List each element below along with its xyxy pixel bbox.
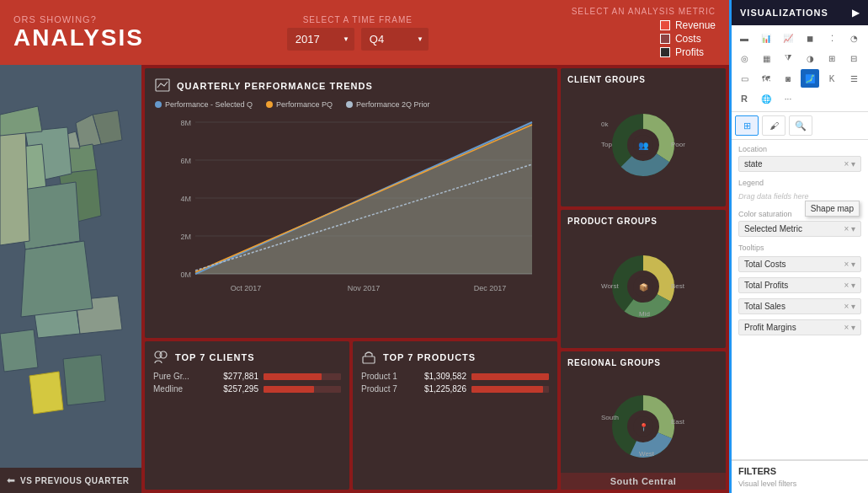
chart-title: QUARTERLY PERFORMANCE TRENDS	[155, 78, 547, 94]
revenue-checkbox[interactable]	[660, 20, 670, 30]
svg-text:Nov 2017: Nov 2017	[348, 284, 381, 292]
tooltip-total-sales-field: Total Sales × ▾	[738, 298, 861, 314]
viz-icon-col-chart[interactable]: 📊	[757, 29, 775, 47]
viz-icon-card[interactable]: ▭	[735, 69, 754, 88]
tooltip-costs-remove[interactable]: × ▾	[844, 260, 855, 269]
metric-revenue[interactable]: Revenue	[660, 19, 716, 31]
product-groups-card: PRODUCT GROUPS 📦 Worst Best Mid	[561, 210, 726, 348]
tooltips-section: Tooltips Total Costs × ▾ Total Profits ×…	[738, 244, 861, 339]
tooltip-profits-remove[interactable]: × ▾	[844, 281, 855, 290]
viz-icon-bar[interactable]: ▬	[735, 29, 754, 47]
viz-header-arrow[interactable]: ▶	[852, 7, 860, 19]
product-row-1: Product 1 $1,309,582	[361, 372, 549, 381]
header-right: SELECT AN ANALYSIS METRIC Revenue Costs …	[572, 7, 716, 58]
viz-icon-gauge[interactable]: ◑	[801, 49, 819, 67]
clients-panel: TOP 7 CLIENTS Pure Gr... $277,881 Medlin…	[145, 341, 349, 490]
product-label-1: Product 1	[361, 372, 412, 381]
viz-icon-table[interactable]: ⊞	[823, 49, 841, 67]
shape-map-tooltip: Shape map	[805, 201, 860, 217]
viz-icon-shape-map[interactable]: 🗾	[801, 69, 819, 88]
chart-panel: QUARTERLY PERFORMANCE TRENDS Performance…	[145, 68, 557, 338]
metric-profits[interactable]: Profits	[660, 46, 716, 58]
viz-icon-matrix[interactable]: ⊟	[844, 49, 863, 67]
viz-subtab-fields[interactable]: ⊞	[735, 115, 759, 136]
legend-dot-selected	[155, 101, 162, 108]
viz-header-title: VISUALIZATIONS	[740, 8, 828, 18]
viz-icon-kpi[interactable]: K	[823, 69, 841, 88]
year-select-wrapper[interactable]: 2017	[287, 28, 354, 51]
tooltips-label: Tooltips	[738, 244, 861, 252]
legend-label: Legend	[738, 179, 861, 187]
chart-area: 8M 6M 4M 2M 0M Oct 2017 Nov 2017 Dec 201…	[155, 114, 547, 299]
color-saturation-remove[interactable]: × ▾	[844, 224, 855, 233]
viz-icon-donut[interactable]: ◎	[735, 49, 754, 67]
svg-text:📦: 📦	[639, 282, 649, 292]
groups-panel: CLIENT GROUPS 👥 0k Top Poor P	[561, 65, 729, 493]
profits-checkbox[interactable]	[660, 47, 670, 57]
viz-icon-globe[interactable]: 🌐	[757, 89, 775, 108]
product-bar-track-1	[471, 373, 549, 380]
year-select[interactable]: 2017	[287, 28, 354, 51]
tooltip-total-profits: Total Profits × ▾	[738, 276, 861, 297]
viz-icon-more[interactable]: ···	[779, 89, 797, 108]
client-label-1: Pure Gr...	[153, 372, 204, 381]
products-icon	[361, 350, 376, 365]
tooltip-total-sales-text: Total Sales	[744, 302, 785, 311]
location-value: state × ▾	[738, 156, 861, 172]
location-label: Location	[738, 145, 861, 153]
svg-text:Mid: Mid	[639, 310, 650, 318]
viz-subtabs: ⊞ 🖌 🔍	[732, 112, 868, 140]
viz-icon-slicer[interactable]: ☰	[844, 69, 863, 88]
map-footer-text: VS PREVIOUS QUARTER	[20, 476, 130, 485]
costs-label: Costs	[675, 33, 701, 45]
tooltip-total-costs: Total Costs × ▾	[738, 255, 861, 276]
location-remove[interactable]: × ▾	[844, 159, 855, 169]
costs-checkbox[interactable]	[660, 34, 670, 44]
client-value-1: $277,881	[204, 372, 258, 381]
svg-point-18	[160, 351, 167, 358]
svg-rect-19	[363, 356, 375, 363]
tooltip-margins-remove[interactable]: × ▾	[844, 323, 855, 332]
legend-label-selected: Performance - Selected Q	[165, 100, 253, 109]
viz-subtab-format[interactable]: 🖌	[762, 115, 785, 136]
clients-title-text: TOP 7 CLIENTS	[175, 352, 255, 362]
svg-text:2M: 2M	[180, 233, 191, 241]
legend-2q: Performance 2Q Prior	[346, 100, 430, 109]
viz-icon-r[interactable]: R	[735, 89, 754, 108]
svg-text:Oct 2017: Oct 2017	[231, 284, 262, 292]
profits-label: Profits	[675, 46, 704, 58]
svg-text:4M: 4M	[180, 195, 191, 203]
svg-text:Best: Best	[671, 282, 685, 290]
tooltip-sales-remove[interactable]: × ▾	[844, 302, 855, 311]
tooltip-profit-margins-field: Profit Margins × ▾	[738, 319, 861, 335]
viz-icon-pie[interactable]: ◔	[844, 29, 863, 47]
revenue-label: Revenue	[675, 19, 716, 31]
viz-icon-funnel[interactable]: ⧩	[779, 49, 797, 67]
svg-text:6M: 6M	[180, 157, 191, 165]
metric-costs[interactable]: Costs	[660, 33, 716, 45]
svg-text:South: South	[601, 414, 619, 421]
map-footer: ⬅ VS PREVIOUS QUARTER	[0, 468, 141, 493]
header-left: ORS SHOWING? ANALYSIS	[13, 14, 144, 51]
viz-icon-scatter[interactable]: ⁚	[823, 29, 841, 47]
location-section: Location state × ▾	[738, 145, 861, 172]
client-bar-track-1	[264, 373, 341, 380]
chart-legend: Performance - Selected Q Performance PQ …	[155, 100, 547, 109]
viz-icon-treemap[interactable]: ▦	[757, 49, 775, 67]
viz-icon-map[interactable]: 🗺	[757, 69, 775, 88]
legend-pq: Performance PQ	[266, 100, 333, 109]
quarter-select-wrapper[interactable]: Q4	[361, 28, 429, 51]
svg-text:Top: Top	[601, 141, 612, 148]
quarter-select[interactable]: Q4	[361, 28, 429, 51]
client-row-1: Pure Gr... $277,881	[153, 372, 341, 381]
product-bar-fill-1	[471, 373, 549, 380]
viz-icon-area[interactable]: ◼	[801, 29, 819, 47]
filters-section: FILTERS Visual level filters	[732, 459, 868, 493]
product-bar-fill-2	[471, 386, 543, 393]
center-panels: QUARTERLY PERFORMANCE TRENDS Performance…	[141, 65, 561, 493]
viz-subtab-analytics[interactable]: 🔍	[789, 115, 812, 136]
viz-icon-filled-map[interactable]: ◙	[779, 69, 797, 88]
viz-icon-line[interactable]: 📈	[779, 29, 797, 47]
product-row-2: Product 7 $1,225,826	[361, 384, 549, 394]
viz-icons-grid: ▬ 📊 📈 ◼ ⁚ ◔ ◎ ▦ ⧩ ◑ ⊞ ⊟ ▭ 🗺 ◙ 🗾 K ☰ R 🌐 …	[732, 25, 868, 112]
